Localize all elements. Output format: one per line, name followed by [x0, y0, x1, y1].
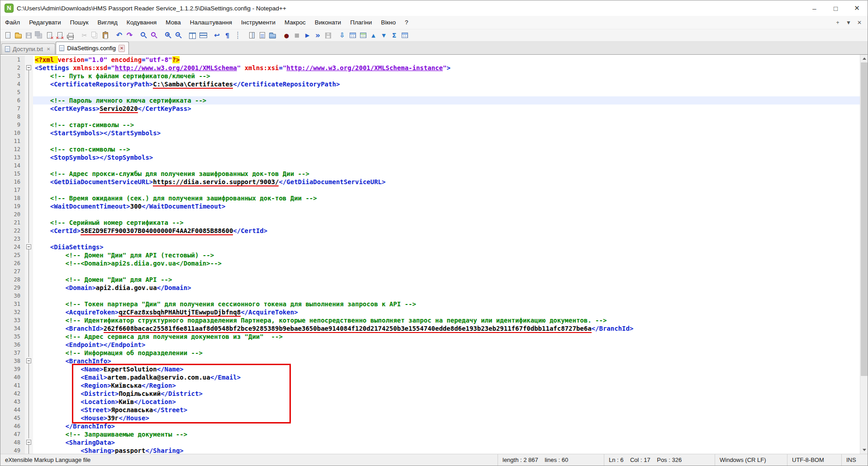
code-segment: </House> — [119, 414, 149, 422]
macro-record-button[interactable]: ● — [281, 30, 292, 41]
document-map-button[interactable] — [247, 30, 257, 41]
scrollbar-thumb[interactable] — [861, 62, 868, 376]
macro-run-multiple-icon: » — [315, 32, 320, 39]
cut-button[interactable]: ✂ — [79, 30, 90, 41]
scroll-up-button[interactable] — [860, 55, 868, 62]
close-all-icon — [57, 32, 62, 38]
plugin-table-button[interactable] — [358, 30, 368, 41]
menu-item-help[interactable]: ? — [400, 16, 413, 29]
plugin-grid-button[interactable] — [399, 30, 410, 41]
open-file-button[interactable] — [13, 30, 24, 41]
plugin-sort-asc-button[interactable]: ▲ — [368, 30, 379, 41]
code-line: 27 — [0, 267, 860, 276]
line-number: 3 — [0, 72, 25, 80]
menu-item-macro[interactable]: Макрос — [280, 16, 310, 29]
macro-save-button[interactable] — [323, 30, 333, 41]
save-file-button[interactable] — [24, 30, 34, 41]
copy-icon — [91, 32, 96, 37]
plugin-arrow-down-button[interactable]: ⇩ — [337, 30, 347, 41]
sync-horizontal-button[interactable] — [198, 30, 208, 41]
code-text: <BranchInfo> — [33, 357, 860, 365]
fold-margin — [25, 137, 33, 145]
close-all-button[interactable] — [55, 30, 65, 41]
tab-close-button[interactable]: ✕ — [119, 45, 125, 52]
menu-item-window[interactable]: Вікно — [376, 16, 400, 29]
code-segment: 262f6608bacac25581f6e811aaf8d0548bf2bce9… — [104, 325, 592, 333]
macro-stop-button[interactable]: ■ — [292, 30, 302, 41]
fold-margin — [25, 235, 33, 243]
code-segment: = — [279, 64, 282, 71]
macro-play-button[interactable]: ▶ — [302, 30, 313, 41]
menu-item-settings[interactable]: Налаштування — [185, 16, 237, 29]
code-line: 41 <Region>Київська</Region> — [0, 381, 860, 390]
code-text: <GetDiiaDocumentServiceURL>https://diia.… — [33, 178, 860, 186]
code-text: <Domain>api2.diia.gov.ua</Domain> — [33, 284, 860, 292]
fold-toggle[interactable] — [25, 438, 33, 447]
replace-button[interactable] — [149, 30, 159, 41]
fold-margin — [25, 406, 33, 414]
zoom-in-button[interactable] — [163, 30, 173, 41]
code-area[interactable]: 1<?xml version="1.0" encoding="utf-8"?>2… — [0, 55, 860, 454]
code-segment: <BranchInfo> — [35, 357, 111, 365]
fold-toggle[interactable] — [25, 64, 33, 72]
code-text: <?xml version="1.0" encoding="utf-8"?> — [33, 56, 860, 64]
code-text — [33, 235, 860, 243]
fold-collapse-icon — [26, 440, 31, 445]
function-list-button[interactable] — [257, 30, 267, 41]
code-segment — [107, 56, 111, 63]
code-segment: <AcquireToken> — [35, 309, 119, 316]
folder-as-workspace-button[interactable] — [267, 30, 278, 41]
find-button[interactable] — [138, 30, 149, 41]
save-all-button[interactable] — [34, 30, 44, 41]
copy-button[interactable] — [90, 30, 100, 41]
line-number: 16 — [0, 178, 25, 186]
code-text: <District>Подільський</District> — [33, 390, 860, 398]
word-wrap-button[interactable]: ↩ — [212, 30, 222, 41]
close-file-button[interactable] — [44, 30, 55, 41]
undo-button[interactable]: ↶ — [114, 30, 124, 41]
minimize-button[interactable]: – — [804, 0, 825, 16]
new-file-button[interactable] — [3, 30, 13, 41]
menu-item-plugins[interactable]: Плагіни — [346, 16, 376, 29]
zoom-out-button[interactable] — [173, 30, 184, 41]
menu-item-search[interactable]: Пошук — [66, 16, 93, 29]
fold-toggle[interactable] — [25, 357, 33, 365]
menubar-plus-button[interactable]: + — [832, 18, 843, 28]
macro-run-multiple-button[interactable]: » — [313, 30, 323, 41]
menu-item-run[interactable]: Виконати — [310, 16, 346, 29]
plugin-sort-desc-button[interactable]: ▼ — [379, 30, 389, 41]
tab-diia-settings[interactable]: DiiaSettings.config✕ — [56, 42, 129, 54]
fold-toggle[interactable] — [25, 243, 33, 251]
code-text: <House>39г</House> — [33, 414, 860, 422]
code-text: <Street>Ярославська</Street> — [33, 406, 860, 414]
code-text: <!-- Запрашиваемые документы --> — [33, 430, 860, 438]
tab-dostupy[interactable]: Доступи.txt✕ — [1, 43, 55, 54]
paste-button[interactable] — [100, 30, 110, 41]
menu-item-tools[interactable]: Інструменти — [237, 16, 280, 29]
show-all-characters-button[interactable]: ¶ — [222, 30, 232, 41]
code-line: 46 </BranchInfo> — [0, 422, 860, 430]
sync-vertical-button[interactable] — [187, 30, 198, 41]
menu-item-language[interactable]: Мова — [161, 16, 185, 29]
indent-guide-button[interactable]: ┊ — [232, 30, 243, 41]
menubar-dropdown-button[interactable]: ▼ — [843, 18, 854, 28]
tab-close-button[interactable]: ✕ — [46, 46, 51, 52]
vertical-scrollbar[interactable] — [860, 55, 868, 454]
menu-item-view[interactable]: Вигляд — [93, 16, 122, 29]
code-line: 35 <!-- Адрес сервиса для получения доку… — [0, 333, 860, 341]
plugin-table-sort-button[interactable] — [347, 30, 358, 41]
redo-button[interactable]: ↷ — [124, 30, 135, 41]
menu-item-edit[interactable]: Редагувати — [24, 16, 66, 29]
code-line: 21 <!-- Серийный номер сертификата --> — [0, 219, 860, 227]
fold-margin — [25, 153, 33, 162]
line-number: 4 — [0, 80, 25, 88]
menu-item-file[interactable]: Файл — [0, 16, 24, 29]
menubar-close-button[interactable]: ✕ — [854, 18, 865, 28]
maximize-button[interactable]: □ — [825, 0, 846, 16]
print-button[interactable] — [65, 30, 76, 41]
plugin-sum-button[interactable]: Σ — [389, 30, 399, 41]
code-segment: </Email> — [210, 374, 241, 381]
close-button[interactable]: ✕ — [846, 0, 868, 16]
menu-item-encoding[interactable]: Кодування — [122, 16, 161, 29]
scroll-down-button[interactable] — [860, 446, 868, 454]
